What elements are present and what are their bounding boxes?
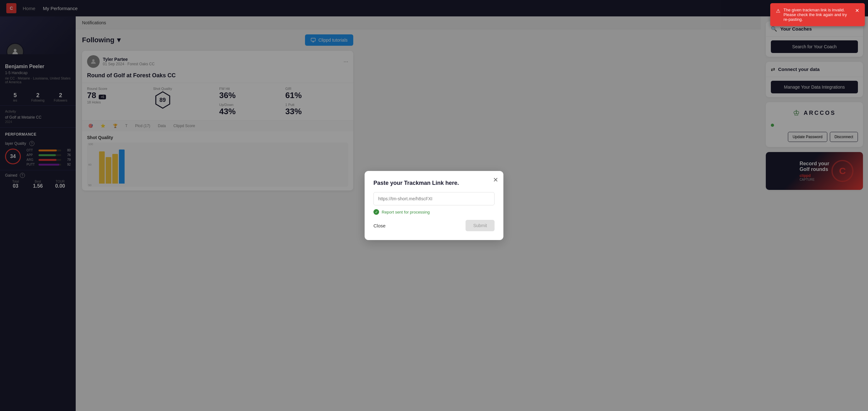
success-message: ✓ Report sent for processing [373, 209, 495, 215]
error-toast: ⚠ The given trackman link is invalid. Pl… [770, 3, 865, 26]
trackman-modal: Paste your Trackman Link here. ✕ ✓ Repor… [365, 171, 503, 240]
warning-icon: ⚠ [776, 8, 780, 14]
success-text: Report sent for processing [382, 210, 430, 215]
toast-close-button[interactable]: ✕ [855, 7, 859, 13]
success-checkmark-icon: ✓ [373, 209, 379, 215]
trackman-link-input[interactable] [373, 192, 495, 205]
modal-close-x-button[interactable]: ✕ [493, 176, 498, 184]
modal-submit-button[interactable]: Submit [466, 220, 495, 231]
modal-close-button[interactable]: Close [373, 223, 385, 228]
modal-actions: Close Submit [373, 220, 495, 231]
toast-message: The given trackman link is invalid. Plea… [783, 7, 852, 22]
modal-title: Paste your Trackman Link here. [373, 180, 495, 186]
modal-overlay: Paste your Trackman Link here. ✕ ✓ Repor… [0, 0, 868, 411]
